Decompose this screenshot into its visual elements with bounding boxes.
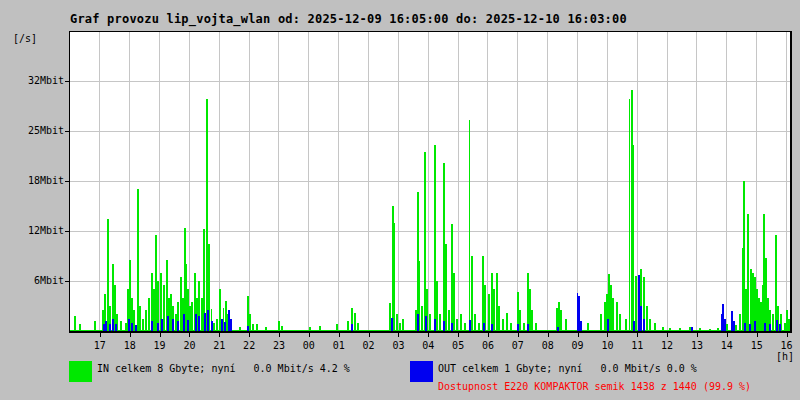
x-axis-tick-label: 05 xyxy=(445,340,471,352)
x-axis-tick-mark xyxy=(339,333,340,337)
x-axis-tick-mark xyxy=(458,333,459,337)
x-axis-tick-mark xyxy=(219,333,220,337)
y-axis-tick-label: 25Mbit xyxy=(14,125,64,137)
x-axis-tick-label: 23 xyxy=(266,340,292,352)
x-axis-tick-mark xyxy=(249,333,250,337)
y-axis-tick-mark xyxy=(65,231,70,232)
x-axis-tick-mark xyxy=(428,333,429,337)
x-axis-tick-mark xyxy=(607,333,608,337)
x-axis-tick-label: 21 xyxy=(206,340,232,352)
x-axis-tick-mark xyxy=(130,333,131,337)
y-axis-tick-mark xyxy=(65,181,70,182)
y-axis-tick-label: 6Mbit xyxy=(14,275,64,287)
x-axis-tick-label: 15 xyxy=(744,340,770,352)
page-title: Graf provozu lip_vojta_wlan od: 2025-12-… xyxy=(70,12,627,26)
x-axis-tick-label: 01 xyxy=(326,340,352,352)
x-axis-tick-label: 06 xyxy=(475,340,501,352)
x-axis-tick-label: 20 xyxy=(176,340,202,352)
y-axis-unit-label: [/s] xyxy=(13,33,37,44)
legend-in-swatch xyxy=(69,361,92,382)
x-axis-tick-label: 00 xyxy=(296,340,322,352)
x-axis-tick-label: 17 xyxy=(87,340,113,352)
x-axis-tick-mark xyxy=(100,333,101,337)
y-axis-tick-mark xyxy=(65,81,70,82)
legend-out-label: OUT celkem 1 Gbyte; nyní 0.0 Mbit/s 0.0 … xyxy=(438,363,697,374)
x-axis-tick-label: 10 xyxy=(594,340,620,352)
x-axis-tick-label: 12 xyxy=(654,340,680,352)
availability-status-text: Dostupnost E220 KOMPAKTOR semik 1438 z 1… xyxy=(438,381,751,392)
y-axis-tick-mark xyxy=(65,131,70,132)
x-axis-tick-label: 22 xyxy=(236,340,262,352)
x-axis-tick-label: 11 xyxy=(624,340,650,352)
x-axis-tick-label: 03 xyxy=(385,340,411,352)
x-axis-tick-label: 09 xyxy=(565,340,591,352)
traffic-chart-svg xyxy=(70,32,790,331)
x-axis-tick-label: 08 xyxy=(535,340,561,352)
x-axis-tick-label: 07 xyxy=(505,340,531,352)
x-axis-tick-mark xyxy=(548,333,549,337)
x-axis-unit-label: [h] xyxy=(776,351,794,362)
x-axis-tick-mark xyxy=(279,333,280,337)
x-axis-tick-mark xyxy=(637,333,638,337)
x-axis-tick-label: 04 xyxy=(415,340,441,352)
x-axis-tick-label: 13 xyxy=(684,340,710,352)
y-axis-tick-label: 18Mbit xyxy=(14,175,64,187)
x-axis-tick-mark xyxy=(189,333,190,337)
x-axis-tick-mark xyxy=(398,333,399,337)
x-axis-tick-label: 14 xyxy=(714,340,740,352)
x-axis-tick-mark xyxy=(727,333,728,337)
x-axis-tick-label: 19 xyxy=(147,340,173,352)
x-axis-tick-mark xyxy=(160,333,161,337)
x-axis-tick-mark xyxy=(488,333,489,337)
x-axis-tick-mark xyxy=(309,333,310,337)
x-axis-tick-mark xyxy=(757,333,758,337)
x-axis-tick-label: 02 xyxy=(356,340,382,352)
x-axis-tick-label: 18 xyxy=(117,340,143,352)
x-axis-tick-mark xyxy=(518,333,519,337)
y-axis-tick-mark xyxy=(65,281,70,282)
traffic-chart-plot-area xyxy=(69,31,792,333)
x-axis-tick-mark xyxy=(787,333,788,337)
y-axis-tick-label: 12Mbit xyxy=(14,225,64,237)
x-axis-tick-mark xyxy=(369,333,370,337)
x-axis-tick-mark xyxy=(667,333,668,337)
legend-out-swatch xyxy=(410,361,433,382)
legend-in-label: IN celkem 8 Gbyte; nyní 0.0 Mbit/s 4.2 % xyxy=(97,363,350,374)
y-axis-tick-label: 32Mbit xyxy=(14,75,64,87)
x-axis-tick-mark xyxy=(697,333,698,337)
x-axis-tick-mark xyxy=(578,333,579,337)
mrtg-traffic-page: Graf provozu lip_vojta_wlan od: 2025-12-… xyxy=(0,0,800,400)
